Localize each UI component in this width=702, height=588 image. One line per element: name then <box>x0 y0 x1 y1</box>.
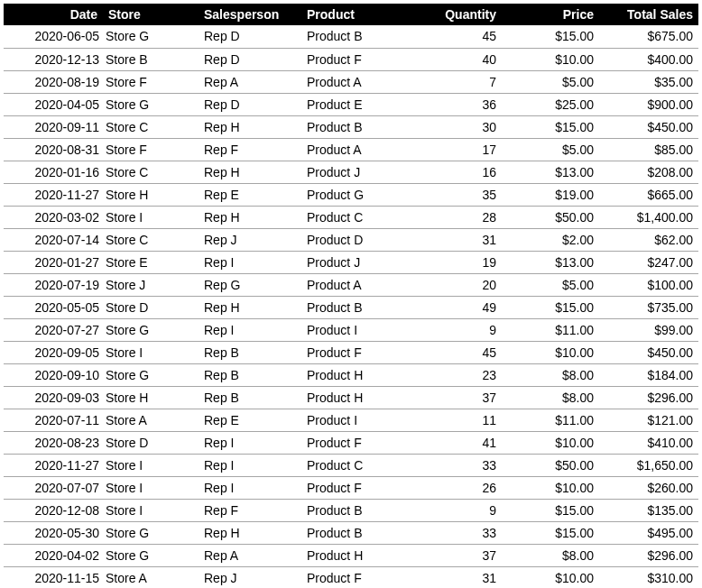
cell-product: Product H <box>301 386 404 409</box>
cell-quantity: 37 <box>404 386 502 409</box>
cell-product: Product D <box>301 228 404 251</box>
cell-price: $15.00 <box>502 521 599 544</box>
header-price: Price <box>502 4 599 25</box>
cell-date: 2020-09-11 <box>4 115 103 138</box>
cell-price: $10.00 <box>502 566 599 588</box>
cell-salesperson: Rep I <box>199 431 301 454</box>
cell-quantity: 17 <box>404 138 502 161</box>
cell-date: 2020-05-30 <box>4 521 103 544</box>
cell-date: 2020-09-03 <box>4 386 103 409</box>
cell-quantity: 41 <box>404 431 502 454</box>
cell-price: $50.00 <box>502 206 599 228</box>
cell-product: Product A <box>301 70 404 93</box>
table-row: 2020-07-07Store IRep IProduct F26$10.00$… <box>4 476 698 499</box>
table-row: 2020-09-05Store IRep BProduct F45$10.00$… <box>4 341 698 363</box>
cell-store: Store J <box>103 273 199 296</box>
cell-store: Store F <box>103 70 199 93</box>
cell-date: 2020-07-19 <box>4 273 103 296</box>
cell-total-sales: $675.00 <box>599 25 698 48</box>
cell-product: Product F <box>301 476 404 499</box>
cell-date: 2020-05-05 <box>4 296 103 318</box>
cell-price: $15.00 <box>502 115 599 138</box>
cell-date: 2020-07-07 <box>4 476 103 499</box>
cell-store: Store H <box>103 386 199 409</box>
cell-total-sales: $247.00 <box>599 251 698 273</box>
cell-price: $15.00 <box>502 499 599 521</box>
cell-total-sales: $1,650.00 <box>599 454 698 476</box>
cell-date: 2020-12-08 <box>4 499 103 521</box>
cell-store: Store G <box>103 521 199 544</box>
cell-quantity: 49 <box>404 296 502 318</box>
cell-date: 2020-03-02 <box>4 206 103 228</box>
cell-total-sales: $121.00 <box>599 409 698 431</box>
cell-price: $10.00 <box>502 431 599 454</box>
cell-price: $8.00 <box>502 386 599 409</box>
cell-salesperson: Rep A <box>199 544 301 566</box>
table-row: 2020-05-30Store GRep HProduct B33$15.00$… <box>4 521 698 544</box>
cell-total-sales: $310.00 <box>599 566 698 588</box>
cell-date: 2020-12-13 <box>4 48 103 70</box>
cell-salesperson: Rep I <box>199 476 301 499</box>
cell-total-sales: $410.00 <box>599 431 698 454</box>
cell-salesperson: Rep H <box>199 161 301 183</box>
cell-product: Product B <box>301 115 404 138</box>
cell-salesperson: Rep J <box>199 566 301 588</box>
cell-quantity: 45 <box>404 25 502 48</box>
cell-total-sales: $400.00 <box>599 48 698 70</box>
cell-salesperson: Rep B <box>199 386 301 409</box>
cell-total-sales: $900.00 <box>599 93 698 115</box>
cell-date: 2020-01-16 <box>4 161 103 183</box>
cell-store: Store D <box>103 431 199 454</box>
cell-store: Store I <box>103 454 199 476</box>
cell-store: Store G <box>103 318 199 341</box>
cell-quantity: 37 <box>404 544 502 566</box>
cell-product: Product I <box>301 409 404 431</box>
cell-date: 2020-07-27 <box>4 318 103 341</box>
cell-salesperson: Rep E <box>199 409 301 431</box>
cell-store: Store I <box>103 476 199 499</box>
cell-total-sales: $62.00 <box>599 228 698 251</box>
cell-store: Store D <box>103 296 199 318</box>
cell-quantity: 31 <box>404 566 502 588</box>
table-row: 2020-08-23Store DRep IProduct F41$10.00$… <box>4 431 698 454</box>
cell-quantity: 45 <box>404 341 502 363</box>
cell-price: $13.00 <box>502 161 599 183</box>
cell-total-sales: $100.00 <box>599 273 698 296</box>
cell-price: $15.00 <box>502 296 599 318</box>
cell-salesperson: Rep F <box>199 499 301 521</box>
cell-total-sales: $450.00 <box>599 115 698 138</box>
header-store: Store <box>103 4 199 25</box>
cell-store: Store I <box>103 341 199 363</box>
cell-salesperson: Rep B <box>199 341 301 363</box>
cell-price: $11.00 <box>502 318 599 341</box>
cell-store: Store G <box>103 363 199 386</box>
cell-date: 2020-11-27 <box>4 454 103 476</box>
header-product: Product <box>301 4 404 25</box>
cell-salesperson: Rep D <box>199 25 301 48</box>
table-row: 2020-11-15Store ARep JProduct F31$10.00$… <box>4 566 698 588</box>
table-row: 2020-07-14Store CRep JProduct D31$2.00$6… <box>4 228 698 251</box>
cell-date: 2020-01-27 <box>4 251 103 273</box>
cell-quantity: 31 <box>404 228 502 251</box>
cell-price: $5.00 <box>502 138 599 161</box>
cell-product: Product C <box>301 454 404 476</box>
header-date: Date <box>4 4 103 25</box>
cell-total-sales: $184.00 <box>599 363 698 386</box>
cell-quantity: 20 <box>404 273 502 296</box>
cell-date: 2020-09-05 <box>4 341 103 363</box>
cell-price: $5.00 <box>502 70 599 93</box>
header-total-sales: Total Sales <box>599 4 698 25</box>
cell-total-sales: $665.00 <box>599 183 698 206</box>
cell-price: $11.00 <box>502 409 599 431</box>
table-row: 2020-07-19Store JRep GProduct A20$5.00$1… <box>4 273 698 296</box>
cell-date: 2020-07-11 <box>4 409 103 431</box>
cell-quantity: 40 <box>404 48 502 70</box>
table-row: 2020-08-19Store FRep AProduct A7$5.00$35… <box>4 70 698 93</box>
cell-price: $50.00 <box>502 454 599 476</box>
cell-salesperson: Rep D <box>199 48 301 70</box>
cell-store: Store G <box>103 25 199 48</box>
cell-product: Product E <box>301 93 404 115</box>
table-header-row: Date Store Salesperson Product Quantity … <box>4 4 698 25</box>
cell-price: $10.00 <box>502 476 599 499</box>
cell-salesperson: Rep I <box>199 454 301 476</box>
